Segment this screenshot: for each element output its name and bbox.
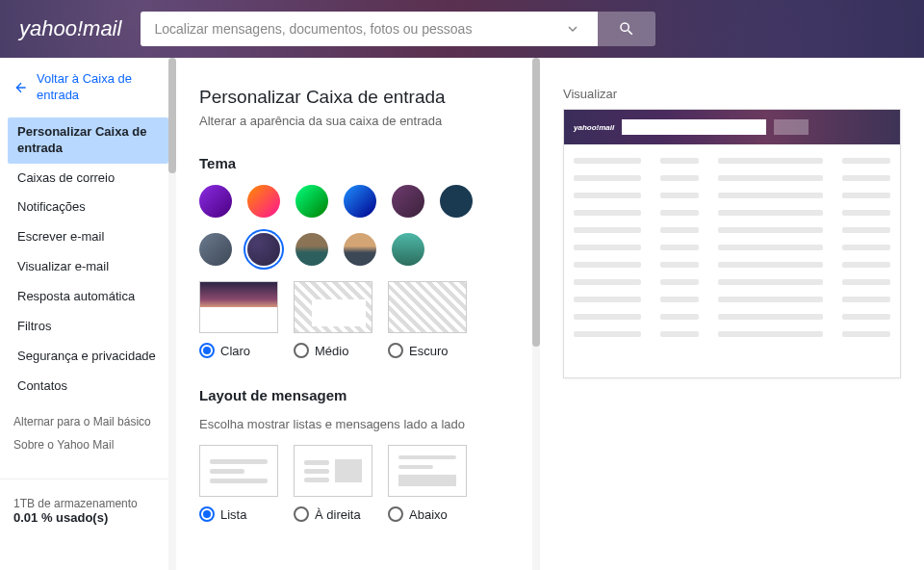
radio-icon: [388, 506, 403, 522]
search-button[interactable]: [598, 12, 655, 46]
theme-swatch-slate[interactable]: [199, 233, 232, 266]
layout-preview-right[interactable]: [294, 445, 372, 497]
nav-filters[interactable]: Filtros: [8, 312, 168, 342]
theme-mode-options: [199, 281, 517, 333]
settings-scrollbar-thumb[interactable]: [532, 58, 540, 347]
layout-preview-list[interactable]: [199, 445, 278, 497]
nav-notifications[interactable]: Notificações: [8, 193, 168, 222]
preview-logo: yahoo!mail: [574, 123, 614, 132]
preview-panel: Visualizar yahoo!mail: [540, 58, 924, 570]
storage-info: 1TB de armazenamento 0.01 % usado(s): [0, 487, 176, 534]
radio-light[interactable]: Claro: [199, 343, 278, 358]
layout-subtitle: Escolha mostrar listas e mensagens lado …: [199, 417, 517, 431]
theme-swatch-blue[interactable]: [344, 185, 376, 218]
theme-swatch-nebula[interactable]: [247, 233, 280, 266]
app-header: yahoo!mail: [0, 0, 924, 58]
theme-swatch-orange-pink[interactable]: [247, 185, 280, 218]
preview-list: [660, 158, 890, 364]
nav-auto-reply[interactable]: Resposta automática: [8, 282, 168, 312]
search-icon: [618, 20, 635, 38]
theme-swatches: [199, 185, 488, 266]
layout-radios: Lista À direita Abaixo: [199, 506, 517, 522]
settings-panel: Personalizar Caixa de entrada Alterar a …: [176, 58, 540, 570]
main-content: Personalizar Caixa de entrada Alterar a …: [176, 58, 924, 570]
radio-medium[interactable]: Médio: [294, 343, 372, 358]
sidebar: Voltar à Caixa de entrada Personalizar C…: [0, 58, 176, 570]
nav-contacts[interactable]: Contatos: [8, 372, 168, 402]
about-yahoo-mail-link[interactable]: Sobre o Yahoo Mail: [13, 438, 163, 452]
radio-icon: [294, 506, 309, 522]
sidebar-divider: [0, 479, 176, 479]
mode-preview-light[interactable]: [199, 281, 278, 333]
theme-swatch-plum[interactable]: [392, 185, 424, 218]
radio-layout-right[interactable]: À direita: [294, 506, 372, 522]
radio-icon: [388, 343, 403, 358]
mode-preview-medium[interactable]: [294, 281, 372, 333]
back-to-inbox-link[interactable]: Voltar à Caixa de entrada: [0, 58, 176, 114]
radio-layout-below[interactable]: Abaixo: [388, 506, 467, 522]
page-title: Personalizar Caixa de entrada: [199, 87, 517, 108]
theme-swatch-sunset[interactable]: [344, 233, 376, 266]
preview-body: [564, 144, 900, 377]
layout-heading: Layout de mensagem: [199, 387, 517, 403]
theme-mode-radios: Claro Médio Escuro: [199, 343, 517, 358]
search-input[interactable]: [141, 12, 598, 46]
radio-icon: [199, 343, 215, 358]
yahoo-mail-logo: yahoo!mail: [19, 16, 121, 41]
sidebar-scrollbar-thumb[interactable]: [168, 58, 176, 173]
search-container: [141, 12, 655, 46]
theme-swatch-green[interactable]: [295, 185, 328, 218]
nav-security-privacy[interactable]: Segurança e privacidade: [8, 342, 168, 372]
preview-header: yahoo!mail: [564, 110, 900, 144]
theme-swatch-teal[interactable]: [392, 233, 424, 266]
preview-label: Visualizar: [563, 87, 901, 101]
layout-options: [199, 445, 517, 497]
radio-icon: [199, 506, 215, 522]
nav-view-email[interactable]: Visualizar e-mail: [8, 252, 168, 282]
preview-box: yahoo!mail: [563, 109, 901, 378]
mode-preview-dark[interactable]: [388, 281, 467, 333]
app-body: Voltar à Caixa de entrada Personalizar C…: [0, 58, 924, 570]
radio-dark[interactable]: Escuro: [388, 343, 467, 358]
radio-layout-list[interactable]: Lista: [199, 506, 278, 522]
theme-swatch-navy[interactable]: [440, 185, 473, 218]
switch-basic-mail-link[interactable]: Alternar para o Mail básico: [13, 415, 163, 428]
radio-icon: [294, 343, 309, 358]
preview-search: [622, 119, 766, 135]
theme-swatch-purple[interactable]: [199, 185, 232, 218]
page-subtitle: Alterar a aparência da sua caixa de entr…: [199, 114, 517, 128]
theme-swatch-mountain[interactable]: [295, 233, 328, 266]
nav-personalize-inbox[interactable]: Personalizar Caixa de entrada: [8, 117, 168, 164]
arrow-left-icon: [13, 80, 29, 95]
preview-search-btn: [774, 119, 808, 135]
sidebar-bottom-links: Alternar para o Mail básico Sobre o Yaho…: [0, 405, 176, 471]
nav-mailboxes[interactable]: Caixas de correio: [8, 164, 168, 194]
layout-preview-below[interactable]: [388, 445, 467, 497]
theme-heading: Tema: [199, 155, 517, 171]
nav-compose-email[interactable]: Escrever e-mail: [8, 222, 168, 252]
preview-sidebar: [574, 158, 641, 364]
settings-nav: Personalizar Caixa de entrada Caixas de …: [0, 114, 176, 405]
